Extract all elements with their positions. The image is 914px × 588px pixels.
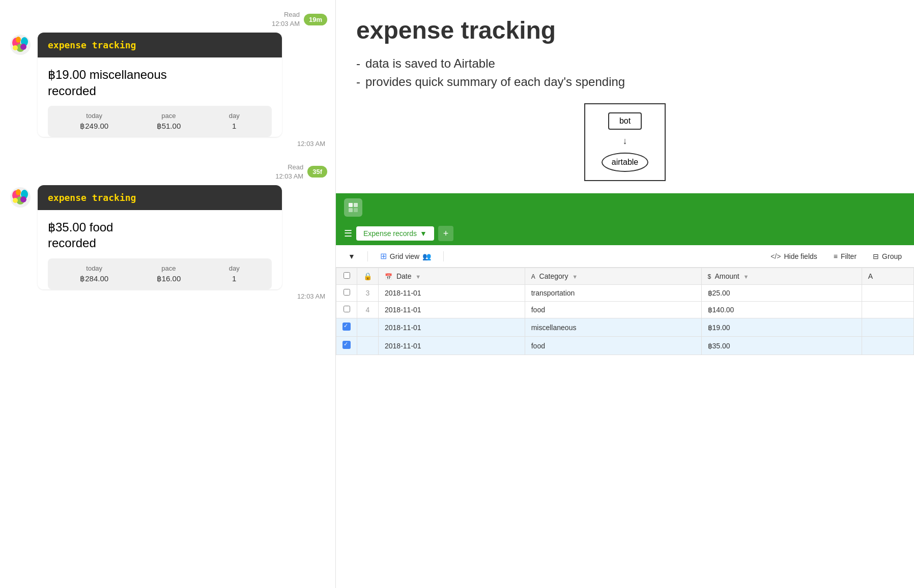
row-checkbox-1[interactable] (336, 285, 357, 302)
stat-pace-2: pace ฿16.00 (157, 264, 181, 283)
table-wrapper: 🔒 📅 Date ▼ A Category ▼ $ (336, 268, 914, 588)
th-extra: A (862, 268, 913, 285)
people-icon: 👥 (422, 252, 431, 260)
stat-pace-value-2: ฿16.00 (157, 274, 181, 283)
group-button[interactable]: ⊟ Group (869, 250, 906, 262)
stat-today-2: today ฿284.00 (80, 264, 108, 283)
group-icon: ⊟ (873, 252, 879, 260)
stat-day-label-2: day (229, 264, 240, 272)
bubble-stats-2: today ฿284.00 pace ฿16.00 day 1 (48, 258, 272, 289)
message-row-1: expense tracking ฿19.00 miscellaneousrec… (8, 33, 327, 147)
table-row-highlighted-1: 2018-11-01 miscellaneous ฿19.00 (336, 318, 914, 337)
svg-point-14 (20, 196, 26, 202)
svg-rect-18 (349, 208, 353, 212)
table-row-highlighted-2: 2018-11-01 food ฿35.00 (336, 337, 914, 355)
airtable-toolbar: ☰ Expense records ▼ + (336, 222, 914, 245)
stat-day-value-2: 1 (232, 274, 236, 283)
hamburger-button[interactable]: ☰ (344, 228, 352, 239)
table-row: 4 2018-11-01 food ฿140.00 (336, 302, 914, 318)
cell-extra-4 (862, 337, 913, 355)
category-col-label: Category (539, 272, 568, 280)
cell-amount-4[interactable]: ฿35.00 (701, 337, 862, 355)
category-col-dropdown[interactable]: ▼ (572, 274, 578, 280)
cell-category-4[interactable]: food (525, 337, 701, 355)
bubble-title-1: expense tracking (48, 40, 136, 50)
cell-amount-3[interactable]: ฿19.00 (701, 318, 862, 337)
stat-today-value-1: ฿249.00 (80, 122, 108, 131)
message-time-1: 12:03 AM (38, 137, 327, 148)
cell-date-3[interactable]: 2018-11-01 (379, 318, 525, 337)
grid-view-label: Grid view (390, 252, 419, 260)
amount-col-dropdown[interactable]: ▼ (744, 274, 749, 280)
grid-view-icon: ⊞ (380, 251, 387, 261)
hide-fields-label: Hide fields (784, 252, 817, 260)
read-receipt-1: Read 12:03 AM 19m (8, 10, 327, 28)
row-num-4 (357, 337, 379, 355)
grid-view-button[interactable]: ⊞ Grid view 👥 (376, 249, 435, 263)
message-bubble-2: expense tracking ฿35.00 foodrecorded tod… (38, 185, 282, 289)
cell-category-3[interactable]: miscellaneous (525, 318, 701, 337)
tab-dropdown-icon: ▼ (420, 229, 427, 238)
airtable-section: ☰ Expense records ▼ + ▼ ⊞ Grid view 👥 </… (336, 193, 914, 588)
checkbox-checked-3 (342, 322, 351, 331)
bubble-title-2: expense tracking (48, 192, 136, 203)
cell-extra-3 (862, 318, 913, 337)
description-section: expense tracking data is saved to Airtab… (336, 0, 914, 193)
category-col-icon: A (531, 273, 535, 280)
cell-date-1[interactable]: 2018-11-01 (379, 285, 525, 302)
date-col-dropdown[interactable]: ▼ (415, 274, 421, 280)
message-row-2: expense tracking ฿35.00 foodrecorded tod… (8, 185, 327, 300)
cell-date-2[interactable]: 2018-11-01 (379, 302, 525, 318)
stat-day-label-1: day (229, 112, 240, 120)
toggle-button[interactable]: ▼ (344, 250, 359, 262)
th-checkbox (336, 268, 357, 285)
expense-records-tab[interactable]: Expense records ▼ (356, 226, 434, 241)
read-receipt-2: Read 12:03 AM 35f (8, 163, 327, 181)
amount-col-icon: $ (708, 273, 711, 280)
message-block-2: Read 12:03 AM 35f expense (8, 163, 327, 303)
stat-today-label-1: today (86, 112, 102, 120)
tab-label: Expense records (363, 229, 417, 238)
time-badge-1: 19m (304, 14, 327, 25)
message-bubble-1: expense tracking ฿19.00 miscellaneousrec… (38, 33, 282, 136)
message-time-2: 12:03 AM (38, 289, 327, 300)
th-lock: 🔒 (357, 268, 379, 285)
stat-pace-label-2: pace (161, 264, 176, 272)
filter-controls: </> Hide fields ≡ Filter ⊟ Group (766, 250, 906, 262)
divider-1 (367, 251, 368, 261)
diagram-box: bot ↓ airtable (584, 103, 666, 181)
bubble-amount-1: ฿19.00 miscellaneousrecorded (48, 67, 272, 98)
filter-label: Filter (841, 252, 856, 260)
cell-category-1[interactable]: transportation (525, 285, 701, 302)
message-block-1: Read 12:03 AM 19m expense (8, 10, 327, 151)
row-checkbox-3[interactable] (336, 318, 357, 337)
row-checkbox-2[interactable] (336, 302, 357, 318)
svg-point-15 (13, 198, 18, 203)
cell-amount-2[interactable]: ฿140.00 (701, 302, 862, 318)
cell-amount-1[interactable]: ฿25.00 (701, 285, 862, 302)
view-controls: ▼ ⊞ Grid view 👥 </> Hide fields ≡ Filter… (336, 245, 914, 268)
filter-button[interactable]: ≡ Filter (830, 250, 861, 262)
th-category: A Category ▼ (525, 268, 701, 285)
row-checkbox-4[interactable] (336, 337, 357, 355)
cell-date-4[interactable]: 2018-11-01 (379, 337, 525, 355)
svg-rect-19 (354, 208, 358, 212)
stat-today-value-2: ฿284.00 (80, 274, 108, 283)
bubble-stats-1: today ฿249.00 pace ฿51.00 day 1 (48, 106, 272, 137)
svg-rect-17 (354, 203, 358, 207)
add-tab-button[interactable]: + (438, 226, 453, 241)
diagram: bot ↓ airtable (356, 103, 894, 181)
diagram-node-airtable: airtable (602, 153, 648, 172)
cell-category-2[interactable]: food (525, 302, 701, 318)
expense-table: 🔒 📅 Date ▼ A Category ▼ $ (336, 268, 914, 355)
divider-2 (443, 251, 444, 261)
airtable-header (336, 193, 914, 222)
stat-pace-1: pace ฿51.00 (157, 112, 181, 131)
avatar-2 (8, 185, 33, 210)
bubble-amount-2: ฿35.00 foodrecorded (48, 219, 272, 251)
read-text-2: Read 12:03 AM (275, 163, 303, 181)
hide-fields-button[interactable]: </> Hide fields (766, 250, 821, 262)
bubble-body-1: ฿19.00 miscellaneousrecorded today ฿249.… (38, 57, 282, 136)
select-all-checkbox[interactable] (344, 272, 350, 279)
avatar-1 (8, 33, 33, 57)
